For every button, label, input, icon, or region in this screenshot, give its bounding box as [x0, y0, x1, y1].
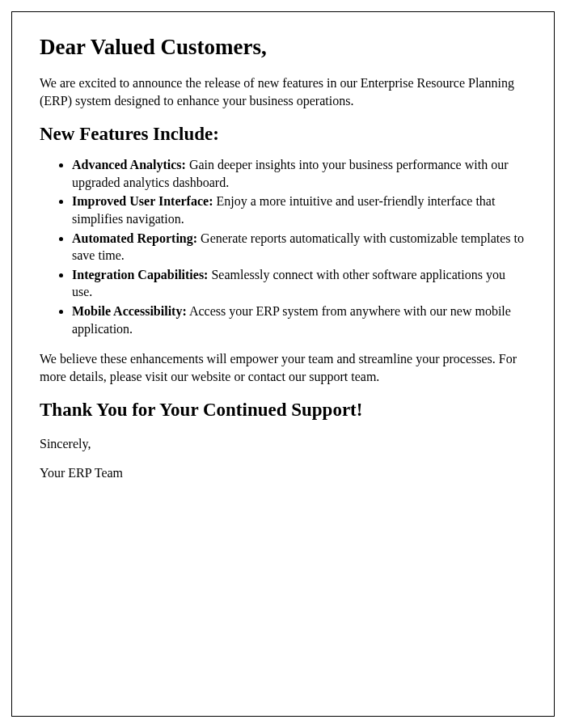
- list-item: Mobile Accessibility: Access your ERP sy…: [72, 303, 526, 337]
- list-item: Integration Capabilities: Seamlessly con…: [72, 266, 526, 301]
- sincerely-text: Sincerely,: [40, 435, 526, 453]
- list-item: Advanced Analytics: Gain deeper insights…: [72, 156, 526, 191]
- greeting-heading: Dear Valued Customers,: [40, 35, 526, 60]
- document-container: Dear Valued Customers, We are excited to…: [11, 11, 555, 717]
- feature-title: Integration Capabilities:: [72, 268, 208, 281]
- list-item: Improved User Interface: Enjoy a more in…: [72, 193, 526, 227]
- feature-title: Mobile Accessibility:: [72, 304, 187, 318]
- features-list: Advanced Analytics: Gain deeper insights…: [72, 156, 526, 337]
- closing-paragraph: We believe these enhancements will empow…: [40, 350, 526, 385]
- feature-title: Advanced Analytics:: [72, 158, 186, 171]
- feature-title: Automated Reporting:: [72, 231, 197, 245]
- thank-you-heading: Thank You for Your Continued Support!: [40, 400, 526, 421]
- signature-text: Your ERP Team: [40, 464, 526, 482]
- list-item: Automated Reporting: Generate reports au…: [72, 230, 526, 265]
- feature-title: Improved User Interface:: [72, 194, 213, 208]
- features-heading: New Features Include:: [40, 124, 526, 145]
- intro-paragraph: We are excited to announce the release o…: [40, 74, 526, 109]
